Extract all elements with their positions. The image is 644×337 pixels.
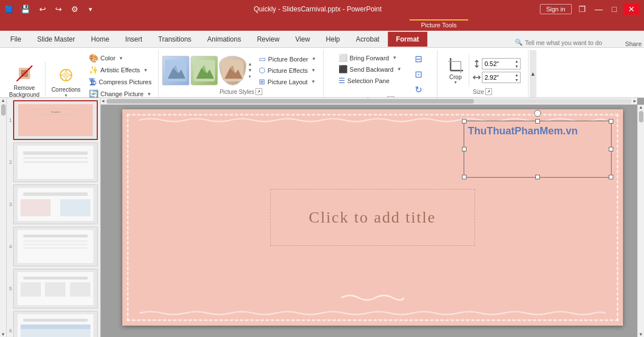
compress-pictures-button[interactable]: 🗜 Compress Pictures xyxy=(85,76,155,88)
crop-label: Crop xyxy=(449,74,462,80)
color-dropdown-arrow: ▼ xyxy=(119,56,123,61)
slide-canvas-wrap: ◄ ► Click to add title xyxy=(101,98,644,337)
compress-icon: 🗜 xyxy=(89,77,97,87)
width-spin-up[interactable]: ▲ xyxy=(514,72,520,77)
artistic-effects-button[interactable]: ✨ Artistic Effects ▼ xyxy=(85,64,155,76)
slide-4-body2 xyxy=(23,244,87,245)
bring-forward-button[interactable]: ⬜ Bring Forward ▼ xyxy=(335,52,409,63)
slide-number-6: 6 xyxy=(9,328,12,334)
v-scroll-thumb xyxy=(639,111,643,122)
handle-bottom-middle[interactable] xyxy=(535,175,540,179)
height-spin-down[interactable]: ▼ xyxy=(514,64,520,69)
tab-slide-master[interactable]: Slide Master xyxy=(29,31,83,47)
width-input[interactable] xyxy=(482,73,514,81)
slide-thumb-2[interactable] xyxy=(13,142,98,182)
arrange-col-2: ⊟ ⊡ ↻ xyxy=(411,52,426,96)
style-scroll-down[interactable]: ▼ xyxy=(247,68,252,73)
tab-format[interactable]: Format xyxy=(387,31,428,47)
handle-top-left[interactable] xyxy=(462,119,467,124)
slide-4-title xyxy=(23,235,87,237)
handle-middle-right[interactable] xyxy=(609,147,613,151)
picture-style-3[interactable] xyxy=(219,56,246,85)
slide-3-title xyxy=(23,192,87,196)
tab-review[interactable]: Review xyxy=(249,31,287,47)
align-button[interactable]: ⊟ xyxy=(411,52,426,65)
bring-forward-icon: ⬜ xyxy=(338,54,348,62)
arrange-col-1: ⬜ Bring Forward ▼ ⬛ Send Backward ▼ ☰ Se… xyxy=(335,52,409,96)
sign-in-button[interactable]: Sign in xyxy=(540,4,572,14)
scroll-right-btn[interactable]: ► xyxy=(633,98,637,104)
minimize-button[interactable]: — xyxy=(593,3,605,15)
picture-effects-button[interactable]: ⬡ Picture Effects ▼ xyxy=(255,65,319,76)
crop-button[interactable]: Crop ▼ xyxy=(443,55,469,87)
tab-acrobat[interactable]: Acrobat xyxy=(348,31,387,47)
tab-transitions[interactable]: Transitions xyxy=(150,31,199,47)
handle-top-middle[interactable] xyxy=(535,119,540,124)
picture-styles-label-row: Picture Styles ↗ xyxy=(162,88,319,95)
handle-bottom-left[interactable] xyxy=(462,175,467,179)
style-more[interactable]: ▾ xyxy=(247,74,252,79)
picture-styles-content: ▲ ▼ ▾ ▭ Picture Border ▼ ⬡ Picture Effec… xyxy=(162,52,319,88)
height-spin-up[interactable]: ▲ xyxy=(514,59,520,64)
redo-button[interactable]: ↪ xyxy=(53,3,64,15)
tab-help[interactable]: Help xyxy=(318,31,348,47)
ribbon-tab-bar: File Slide Master Home Insert Transition… xyxy=(0,31,644,48)
corrections-button[interactable]: Corrections ▼ xyxy=(48,65,84,100)
slide-scroll-down[interactable]: ▼ xyxy=(1,332,6,337)
send-backward-button[interactable]: ⬛ Send Backward ▼ xyxy=(335,64,409,75)
selection-pane-button[interactable]: ☰ Selection Pane xyxy=(335,75,409,86)
maximize-button[interactable]: □ xyxy=(610,3,619,15)
selected-image[interactable]: ThuThuatPhanMem.vn xyxy=(464,121,612,178)
remove-background-button[interactable]: RemoveBackground xyxy=(6,63,43,101)
scroll-left-btn[interactable]: ◄ xyxy=(101,98,105,104)
tab-view[interactable]: View xyxy=(287,31,318,47)
tab-insert[interactable]: Insert xyxy=(117,31,150,47)
style-scroll-controls: ▲ ▼ ▾ xyxy=(247,61,252,79)
quick-access-more-button[interactable]: ▼ xyxy=(85,5,96,14)
height-input[interactable] xyxy=(482,60,514,68)
slide-title-box[interactable]: Click to add title xyxy=(270,189,475,246)
picture-style-2[interactable] xyxy=(191,56,218,85)
width-spin-down[interactable]: ▼ xyxy=(514,77,520,83)
undo-button[interactable]: ↩ xyxy=(37,3,48,15)
group-button[interactable]: ⊡ xyxy=(411,68,426,81)
save-button[interactable]: 💾 xyxy=(18,3,32,15)
tab-animations[interactable]: Animations xyxy=(199,31,249,47)
slide-thumb-container-2: 2 xyxy=(9,142,98,182)
adjust-group: RemoveBackground Corrections ▼ xyxy=(2,50,159,97)
picture-layout-button[interactable]: ⊞ Picture Layout ▼ xyxy=(255,76,319,87)
slide-thumb-3[interactable] xyxy=(13,184,98,224)
collapse-ribbon-button[interactable]: ▲ xyxy=(530,50,536,97)
picture-border-button[interactable]: ▭ Picture Border ▼ xyxy=(255,54,319,64)
slide-5-col2 xyxy=(45,282,65,297)
slide-5-col3 xyxy=(70,282,90,297)
rotate-handle[interactable] xyxy=(534,110,541,117)
selection-pane-label: Selection Pane xyxy=(348,77,390,84)
handle-middle-left[interactable] xyxy=(462,147,467,151)
slide-scroll-up[interactable]: ▲ xyxy=(1,98,6,103)
scroll-up-btn[interactable]: ▲ xyxy=(639,105,643,110)
tab-home[interactable]: Home xyxy=(83,31,117,47)
customize-button[interactable]: ⚙ xyxy=(69,3,81,15)
rotate-button[interactable]: ↻ xyxy=(411,83,426,96)
window-controls: Sign in ❐ — □ ✕ xyxy=(540,3,639,15)
share-button[interactable]: Share xyxy=(625,40,642,47)
picture-styles-expand-button[interactable]: ↗ xyxy=(255,88,262,95)
color-button[interactable]: 🎨 Color ▼ xyxy=(85,52,155,64)
slide-6-table-header xyxy=(20,324,90,329)
style-scroll-up[interactable]: ▲ xyxy=(247,61,252,67)
handle-bottom-right[interactable] xyxy=(609,175,613,179)
slide-thumb-1[interactable]: Template xyxy=(13,100,98,140)
close-button[interactable]: ✕ xyxy=(624,3,639,15)
size-expand-button[interactable]: ↗ xyxy=(485,88,492,95)
scroll-down-btn[interactable]: ▼ xyxy=(639,332,643,337)
tab-file[interactable]: File xyxy=(2,31,29,47)
restore-button[interactable]: ❐ xyxy=(576,3,588,15)
handle-top-right[interactable] xyxy=(609,119,613,124)
slide-thumb-5[interactable] xyxy=(13,269,98,309)
picture-style-1[interactable] xyxy=(162,56,189,85)
corrections-label: Corrections xyxy=(51,87,80,93)
slide-thumb-6[interactable] xyxy=(13,311,98,337)
search-input[interactable] xyxy=(525,39,616,46)
slide-thumb-4[interactable] xyxy=(13,227,98,266)
